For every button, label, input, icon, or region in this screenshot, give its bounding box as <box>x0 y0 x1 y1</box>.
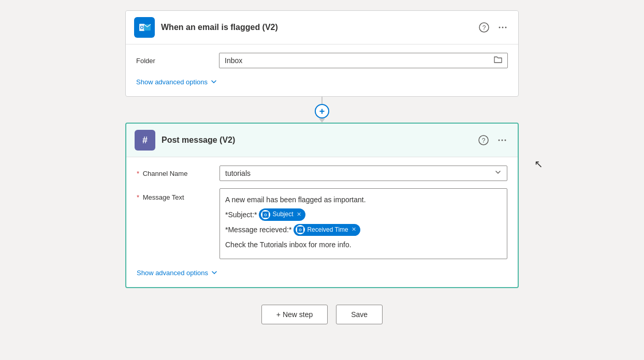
add-step-icon: + <box>319 106 325 117</box>
action-card-title: Post message (V2) <box>162 136 476 145</box>
action-show-advanced-label: Show advanced options <box>137 269 208 277</box>
received-token-label: Received Time <box>307 225 348 235</box>
subject-token-icon: O <box>261 210 270 219</box>
action-card-header: # Post message (V2) ? <box>126 124 518 157</box>
received-token-icon: O <box>296 225 305 234</box>
message-line1-text: A new email has been flagged as importan… <box>225 194 366 205</box>
outlook-token-icon: O <box>262 212 269 218</box>
svg-point-12 <box>499 140 500 141</box>
message-label-text: Message Text <box>143 193 184 201</box>
connector-arrow <box>319 118 325 123</box>
action-card: # Post message (V2) ? <box>125 123 519 288</box>
trigger-show-advanced-button[interactable]: Show advanced options <box>136 76 218 88</box>
channel-name-select[interactable]: tutorials <box>219 166 507 181</box>
add-step-button[interactable]: + <box>315 104 329 118</box>
message-text-control: A new email has been flagged as importan… <box>219 188 507 259</box>
chevron-down-icon-action <box>210 268 218 277</box>
trigger-help-button[interactable]: ? <box>477 20 491 35</box>
svg-point-13 <box>502 140 503 141</box>
connector: + <box>315 97 329 123</box>
subject-token[interactable]: O Subject ✕ <box>259 208 305 220</box>
svg-point-14 <box>505 140 506 141</box>
svg-text:O: O <box>265 213 268 217</box>
bottom-actions: + New step Save <box>261 305 383 324</box>
new-step-button[interactable]: + New step <box>261 305 328 324</box>
message-line-4: Check the Tutorials inbox for more info. <box>225 239 502 250</box>
channel-label-text: Channel Name <box>143 170 188 177</box>
connector-line-top <box>321 97 323 104</box>
folder-row: Folder <box>136 53 508 68</box>
trigger-card-actions: ? <box>477 20 510 35</box>
outlook-token-icon-2: O <box>297 227 303 233</box>
subject-token-close[interactable]: ✕ <box>297 210 301 219</box>
channel-select-wrapper: tutorials <box>219 166 507 181</box>
message-line-1: A new email has been flagged as importan… <box>225 194 502 205</box>
action-card-actions: ? <box>476 133 509 147</box>
outlook-trigger-icon: O <box>134 17 155 38</box>
message-text-row: * Message Text A new email has been flag… <box>137 188 507 259</box>
svg-text:O: O <box>140 25 143 30</box>
message-line-2: *Subject:* O Subject ✕ <box>225 208 502 220</box>
teams-svg: # <box>138 133 152 147</box>
svg-point-6 <box>499 27 501 28</box>
message-text-label: * Message Text <box>137 188 219 201</box>
action-help-button[interactable]: ? <box>476 133 491 147</box>
message-text-area[interactable]: A new email has been flagged as importan… <box>219 188 507 259</box>
subject-token-label: Subject <box>272 209 293 219</box>
channel-name-control: tutorials <box>219 166 507 181</box>
subject-prefix: *Subject:* <box>225 209 257 220</box>
trigger-show-advanced-label: Show advanced options <box>136 78 208 86</box>
outlook-svg: O <box>137 20 152 35</box>
trigger-card-header: O When an email is flagged (V2) ? <box>126 11 518 44</box>
action-more-button[interactable] <box>495 133 509 147</box>
message-required-star: * <box>137 193 139 201</box>
trigger-more-button[interactable] <box>495 20 510 35</box>
svg-text:?: ? <box>482 24 486 32</box>
svg-point-8 <box>505 27 507 28</box>
channel-name-label: * Channel Name <box>137 166 219 177</box>
folder-input[interactable] <box>219 53 508 68</box>
action-show-advanced-button[interactable]: Show advanced options <box>137 266 218 279</box>
action-card-body: * Channel Name tutorials <box>126 157 518 287</box>
trigger-card-title: When an email is flagged (V2) <box>161 23 477 32</box>
svg-point-7 <box>502 27 504 28</box>
save-button[interactable]: Save <box>336 305 383 324</box>
channel-name-row: * Channel Name tutorials <box>137 166 507 181</box>
folder-label: Folder <box>136 53 219 65</box>
svg-text:#: # <box>142 135 148 145</box>
folder-control <box>219 53 508 68</box>
more-icon <box>497 22 508 33</box>
received-token-close[interactable]: ✕ <box>352 225 356 234</box>
trigger-card: O When an email is flagged (V2) ? <box>125 10 519 97</box>
help-icon-action: ? <box>478 135 489 145</box>
message-prefix: *Message recieved:* <box>225 224 291 235</box>
teams-action-icon: # <box>135 130 155 151</box>
flow-container: O When an email is flagged (V2) ? <box>125 10 519 324</box>
help-icon: ? <box>479 22 489 33</box>
chevron-down-icon <box>210 78 218 86</box>
message-line-3: *Message recieved:* O Received Time ✕ <box>225 224 502 236</box>
svg-text:O: O <box>299 228 302 232</box>
more-icon-action <box>497 135 507 145</box>
received-time-token[interactable]: O Received Time ✕ <box>294 224 360 236</box>
message-line3-text: Check the Tutorials inbox for more info. <box>225 239 352 250</box>
channel-required-star: * <box>137 170 139 177</box>
trigger-card-body: Folder Show advanced options <box>126 44 518 96</box>
folder-input-wrapper <box>219 53 508 68</box>
mouse-cursor: ↖ <box>534 158 543 170</box>
svg-text:?: ? <box>482 137 486 144</box>
